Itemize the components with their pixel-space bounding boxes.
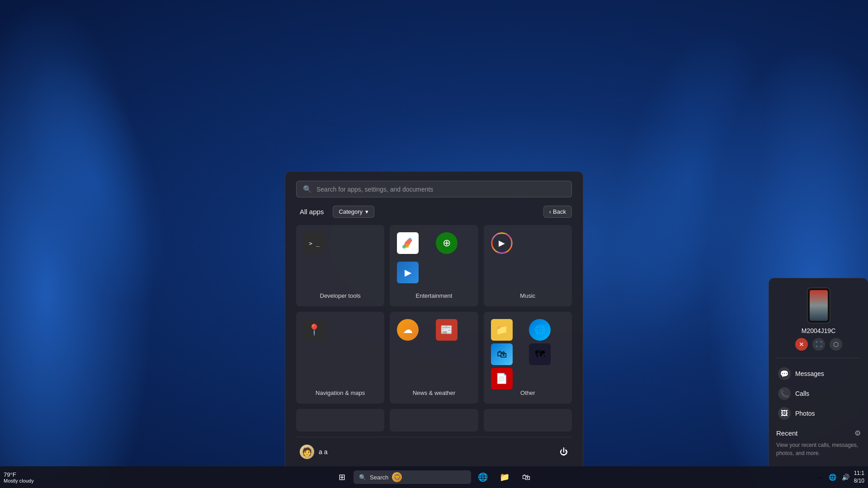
- phone-panel: M2004J19C ✕ ⛶ ⬡ 💬 Messages 📞 Calls 🖼 Pho…: [769, 278, 868, 466]
- phone-device: M2004J19C ✕ ⛶ ⬡: [776, 287, 861, 351]
- category-label: Category: [339, 208, 363, 215]
- partial-bottom-row: [296, 409, 572, 435]
- taskbar-search-icon: 🔍: [359, 474, 366, 481]
- messages-label: Messages: [795, 370, 824, 377]
- clock-time: 11:1: [854, 469, 864, 477]
- category-navigation-maps[interactable]: Navigation & maps: [296, 312, 384, 404]
- avatar: 🧑: [300, 445, 314, 459]
- svg-rect-4: [406, 244, 409, 248]
- back-button[interactable]: ‹ Back: [543, 206, 572, 218]
- start-search-box[interactable]: 🔍: [296, 181, 572, 197]
- weather-temp: 79°F: [4, 471, 34, 478]
- phone-bluetooth-button[interactable]: ⛶: [812, 338, 825, 351]
- phone-calls-item[interactable]: 📞 Calls: [776, 384, 861, 404]
- navigation-maps-label: Navigation & maps: [303, 389, 377, 396]
- photos-label: Photos: [795, 410, 815, 417]
- music-icons: ▶: [491, 232, 565, 287]
- power-button[interactable]: ⏻: [556, 444, 572, 460]
- developer-tools-label: Developer tools: [303, 292, 377, 299]
- phone-photos-item[interactable]: 🖼 Photos: [776, 404, 861, 423]
- apps-grid: Developer tools: [296, 225, 572, 409]
- taskbar-explorer-icon: 📁: [500, 472, 509, 482]
- username: a a: [319, 448, 327, 455]
- recent-header: Recent ⚙: [776, 429, 861, 437]
- edge-icon: 🌐: [529, 319, 551, 341]
- acrobat-icon: 📄: [491, 368, 513, 389]
- calls-label: Calls: [795, 390, 809, 397]
- phone-image: [807, 287, 830, 324]
- maps2-icon: 🗺: [529, 343, 551, 365]
- paint-icon: [397, 232, 419, 254]
- phone-divider: [776, 358, 861, 358]
- taskbar-right: ︿ 🌐 🔊 11:1 8/10: [816, 469, 864, 485]
- start-menu: 🔍 All apps Category ▾ ‹ Back Developer t…: [285, 171, 583, 466]
- start-search-input[interactable]: [316, 186, 565, 193]
- phone-disconnect-button[interactable]: ✕: [795, 338, 808, 351]
- clock[interactable]: 11:1 8/10: [854, 469, 864, 485]
- partial-card-3: [484, 409, 572, 432]
- chevron-down-icon: ▾: [365, 208, 368, 215]
- weather-widget[interactable]: 79°F Mostly cloudy: [4, 471, 34, 483]
- taskbar-center: ⊞ 🔍 Search 🦁 🌐 📁 🛍: [332, 467, 536, 487]
- windows-logo-icon: ⊞: [339, 472, 345, 482]
- entertainment-icons: [397, 232, 471, 287]
- entertainment-label: Entertainment: [397, 292, 471, 299]
- tray-network-icon[interactable]: 🌐: [828, 473, 837, 482]
- category-news-weather[interactable]: News & weather: [390, 312, 478, 404]
- phone-messages-item[interactable]: 💬 Messages: [776, 364, 861, 384]
- category-other[interactable]: 🌐 🛍 🗺 📄 Other: [484, 312, 572, 404]
- lion-icon: 🦁: [392, 472, 402, 482]
- tray-sound-icon[interactable]: 🔊: [841, 473, 850, 482]
- maps-icon: [303, 319, 325, 341]
- taskbar: 79°F Mostly cloudy ⊞ 🔍 Search 🦁 🌐 📁 🛍 ︿: [0, 466, 868, 488]
- photos-icon: 🖼: [778, 407, 791, 420]
- phone-name: M2004J19C: [802, 327, 836, 334]
- category-dropdown[interactable]: Category ▾: [333, 206, 374, 218]
- terminal-icon: [303, 232, 325, 254]
- category-music[interactable]: ▶ Music: [484, 225, 572, 306]
- search-icon: 🔍: [303, 185, 312, 193]
- phone-actions: ✕ ⛶ ⬡: [795, 338, 842, 351]
- partial-card-2: [390, 409, 478, 432]
- folder-icon: [491, 319, 513, 341]
- navigation-icons: [303, 319, 377, 384]
- taskbar-search-bar[interactable]: 🔍 Search 🦁: [354, 470, 471, 484]
- category-entertainment[interactable]: Entertainment: [390, 225, 478, 306]
- taskbar-explorer-button[interactable]: 📁: [495, 467, 514, 487]
- taskbar-search-label: Search: [370, 474, 388, 481]
- messages-icon: 💬: [778, 367, 791, 380]
- taskbar-store-button[interactable]: 🛍: [516, 467, 536, 487]
- start-button[interactable]: ⊞: [332, 467, 352, 487]
- start-bottom-bar: 🧑 a a ⏻: [296, 437, 572, 466]
- back-arrow-icon: ‹: [549, 208, 551, 215]
- apps-header-left: All apps Category ▾: [296, 206, 374, 218]
- weather-icon: [397, 319, 419, 341]
- music-icon: ▶: [491, 232, 513, 254]
- user-info[interactable]: 🧑 a a: [296, 443, 331, 461]
- partial-card-1: [296, 409, 384, 432]
- news-weather-icons: [397, 319, 471, 384]
- weather-condition: Mostly cloudy: [4, 478, 34, 483]
- taskbar-edge-icon: 🌐: [478, 472, 488, 482]
- recent-section: Recent ⚙ View your recent calls, message…: [776, 429, 861, 457]
- news-weather-label: News & weather: [397, 389, 471, 396]
- recent-description: View your recent calls, messages, photos…: [776, 441, 861, 457]
- taskbar-edge-button[interactable]: 🌐: [473, 467, 493, 487]
- category-developer-tools[interactable]: Developer tools: [296, 225, 384, 306]
- recent-settings-icon[interactable]: ⚙: [854, 429, 861, 437]
- apps-header: All apps Category ▾ ‹ Back: [296, 206, 572, 218]
- calls-icon: 📞: [778, 387, 791, 400]
- developer-tools-icons: [303, 232, 377, 287]
- other-icons: 🌐 🛍 🗺 📄: [491, 319, 565, 389]
- clock-date: 8/10: [854, 477, 864, 485]
- tray-overflow-icon[interactable]: ︿: [816, 472, 824, 482]
- taskbar-store-icon: 🛍: [522, 473, 530, 482]
- store-icon: 🛍: [491, 343, 513, 365]
- news-icon: [436, 319, 458, 341]
- music-label: Music: [491, 292, 565, 299]
- svg-point-3: [402, 245, 406, 249]
- recent-title: Recent: [776, 429, 798, 437]
- phone-link-button[interactable]: ⬡: [830, 338, 842, 351]
- all-apps-button[interactable]: All apps: [296, 206, 327, 217]
- movies-tv-icon: [397, 262, 419, 283]
